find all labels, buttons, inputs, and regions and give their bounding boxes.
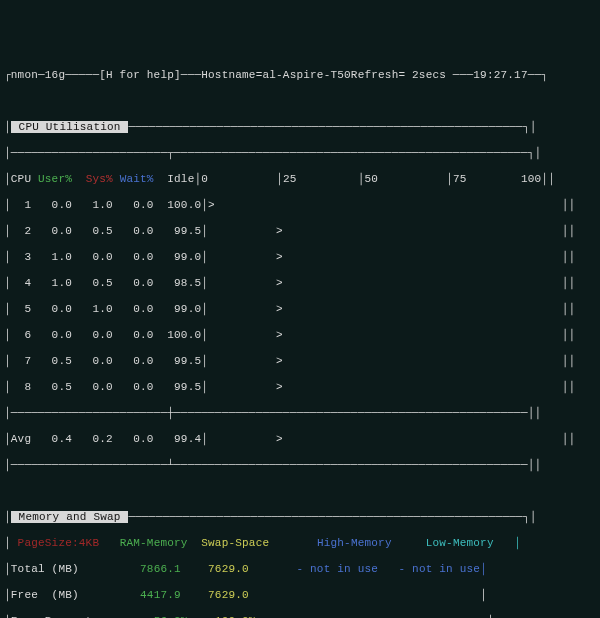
mem-title: Memory and Swap bbox=[11, 511, 129, 523]
cpu-row-1: │ 1 0.0 1.0 0.0 100.0│> ││ bbox=[4, 199, 596, 212]
cpu-row-5: │ 5 0.0 1.0 0.0 99.0│ > ││ bbox=[4, 303, 596, 316]
mem-free: │Free (MB) 4417.9 7629.0 │ bbox=[4, 589, 596, 602]
cpu-box-bottom: │───────────────────────┴───────────────… bbox=[4, 459, 596, 472]
mem-section-title-row: │ Memory and Swap ──────────────────────… bbox=[4, 511, 596, 524]
cpu-sep: │───────────────────────┼───────────────… bbox=[4, 407, 596, 420]
cpu-title: CPU Utilisation bbox=[11, 121, 129, 133]
cpu-row-6: │ 6 0.0 0.0 0.0 100.0│ > ││ bbox=[4, 329, 596, 342]
mem-total: │Total (MB) 7866.1 7629.0 - not in use -… bbox=[4, 563, 596, 576]
cpu-row-2: │ 2 0.0 0.5 0.0 99.5│ > ││ bbox=[4, 225, 596, 238]
cpu-header-row: │CPU User% Sys% Wait% Idle│0 │25 │50 │75… bbox=[4, 173, 596, 186]
cpu-row-7: │ 7 0.5 0.0 0.0 99.5│ > ││ bbox=[4, 355, 596, 368]
cpu-row-8: │ 8 0.5 0.0 0.0 99.5│ > ││ bbox=[4, 381, 596, 394]
cpu-row-4: │ 4 1.0 0.5 0.0 98.5│ > ││ bbox=[4, 277, 596, 290]
cpu-row-3: │ 3 1.0 0.0 0.0 99.0│ > ││ bbox=[4, 251, 596, 264]
cpu-section-title-row: │ CPU Utilisation ──────────────────────… bbox=[4, 121, 596, 134]
mem-header: │ PageSize:4KB RAM-Memory Swap-Space Hig… bbox=[4, 537, 596, 550]
header-line: ┌nmon─16g─────[H for help]───Hostname=al… bbox=[4, 69, 596, 82]
cpu-avg-row: │Avg 0.4 0.2 0.0 99.4│ > ││ bbox=[4, 433, 596, 446]
cpu-box-top: │───────────────────────┬───────────────… bbox=[4, 147, 596, 160]
